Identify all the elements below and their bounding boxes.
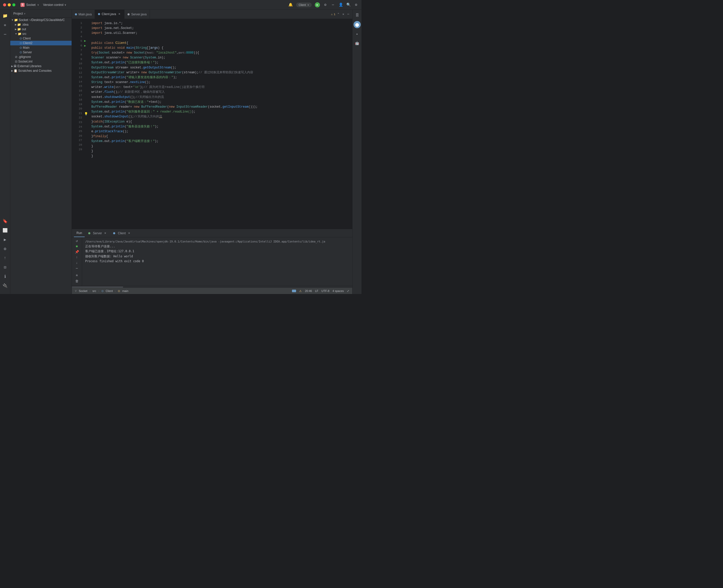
tree-item-scratches[interactable]: ▶ 📋 Scratches and Consoles <box>10 68 72 73</box>
database-icon[interactable]: 🗄 <box>354 12 361 19</box>
tree-item-main[interactable]: ⊙ Main <box>10 45 72 50</box>
tab-client-label: Client <box>118 231 126 235</box>
tab-close-client[interactable]: ✕ <box>127 231 131 235</box>
code-line-25: System.out.println("客户端断开连接！"); <box>91 139 350 144</box>
code-line-9: System.out.println("已连接到服务端！"); <box>91 60 350 65</box>
bottom-panel: Run Server ✕ Client ✕ ↺ ■ 📌 ↑ <box>72 229 352 288</box>
more-tabs-icon[interactable]: ⋯ <box>346 11 350 17</box>
ai-icon[interactable]: ⬤ <box>354 21 361 28</box>
java-icon: ⊙ <box>20 46 22 49</box>
tree-label: External Libraries <box>17 64 41 68</box>
bottom-scrollbar[interactable] <box>72 286 352 288</box>
stop-icon[interactable]: ■ <box>74 245 80 248</box>
pin-icon[interactable]: 📌 <box>74 250 80 254</box>
openai-icon[interactable]: ✦ <box>354 30 361 37</box>
search-icon[interactable]: 🔍 <box>346 3 351 7</box>
tab-server[interactable]: Server ✕ <box>86 229 109 237</box>
code-line-23: e.printStackTrace(); <box>91 129 350 134</box>
line-numbers: 12345 678910 1112131415 1617181920 21222… <box>72 19 84 229</box>
code-line-13: String text = scanner.nextLine(); <box>91 80 350 85</box>
status-line-sep: LF <box>315 289 318 292</box>
info-icon[interactable]: ℹ <box>1 272 9 281</box>
close-button[interactable] <box>3 3 6 6</box>
restart-icon[interactable]: ↺ <box>74 239 80 243</box>
debug-icon[interactable]: ⚙ <box>323 3 328 7</box>
code-line-2: import java.net.Socket; <box>91 26 350 31</box>
next-icon[interactable]: ↓ <box>74 261 80 265</box>
tab-close-button[interactable]: ✕ <box>118 12 121 16</box>
tree-item-server[interactable]: ⊙ Server <box>10 50 72 55</box>
tree-label: Client2 <box>23 41 32 45</box>
status-path3: main <box>122 289 128 292</box>
app-title[interactable]: S Socket ∨ <box>21 3 39 7</box>
tree-item-iml[interactable]: ⊟ Socket.iml <box>10 59 72 64</box>
tools-icon[interactable]: ⚙ <box>1 245 9 253</box>
expand-icon[interactable]: ⤢ <box>347 289 349 293</box>
code-line-27: } <box>91 149 350 154</box>
clear-icon[interactable]: 🗑 <box>74 278 80 284</box>
tab-bar-right: ⚠ 1 ⌃ ✕ ⋯ <box>331 11 352 17</box>
scrollbar-thumb[interactable] <box>72 287 123 288</box>
code-line-14: writer.write( str: text+'\n'); // 因为对方是r… <box>91 85 350 90</box>
git-icon[interactable]: ⊞ <box>1 21 9 29</box>
code-line-10: OutputStream stream = socket.getOutputSt… <box>91 65 350 70</box>
more-run-icon[interactable]: ⋯ <box>74 266 80 270</box>
plugin-icon[interactable]: 🔌 <box>1 282 9 290</box>
status-indicator <box>292 290 296 292</box>
copilot-icon[interactable]: 🤖 <box>354 40 361 47</box>
profile-chip[interactable]: Client ∨ <box>296 3 312 7</box>
close-panel-icon[interactable]: ✕ <box>341 11 345 17</box>
warning-indicator[interactable]: ⚠ 1 <box>331 13 335 16</box>
tab-main-java[interactable]: Main.java <box>72 10 95 19</box>
run-gutter-5[interactable]: ▶ <box>84 39 89 43</box>
tab-label: Client.java <box>102 12 116 16</box>
notification-icon[interactable]: 🔔 <box>288 3 293 7</box>
bookmark-icon[interactable]: 🔖 <box>1 217 9 225</box>
tree-item-external-libs[interactable]: ▶ 🏛 External Libraries <box>10 64 72 68</box>
scroll-icon[interactable]: ⇊ <box>74 272 80 278</box>
bottom-tabs: Run Server ✕ Client ✕ <box>72 229 352 237</box>
git-branch-icon: ⑂ <box>75 289 77 292</box>
tab-client[interactable]: Client ✕ <box>111 229 134 237</box>
folder-icon[interactable]: 📁 <box>1 12 9 20</box>
tab-label: Server.java <box>131 13 146 16</box>
code-editor[interactable]: 12345 678910 1112131415 1617181920 21222… <box>72 19 352 229</box>
ellipsis-icon[interactable]: ⋯ <box>1 30 9 39</box>
tree-item-gitignore[interactable]: ⊘ .gitignore <box>10 55 72 59</box>
maximize-button[interactable] <box>12 3 15 6</box>
prev-icon[interactable]: ↑ <box>74 255 80 259</box>
arrow-up-icon[interactable]: ↑ <box>1 254 9 262</box>
tree-item-client2[interactable]: ⊙ Client2 <box>10 41 72 45</box>
tab-client-java[interactable]: Client.java ✕ <box>95 10 124 19</box>
tree-item-src[interactable]: ▼ 📁 src <box>10 31 72 36</box>
code-line-18: BufferedReader reader = new BufferedRead… <box>91 105 350 109</box>
tree-item-idea[interactable]: ▶ 📁 .idea <box>10 22 72 27</box>
tree-item-client[interactable]: ⊙ Client <box>10 36 72 41</box>
status-time: 20:46 <box>305 289 312 292</box>
layout-icon[interactable]: ⊡ <box>1 263 9 271</box>
code-line-1: import java.io.*; <box>91 21 350 26</box>
minimize-button[interactable] <box>8 3 11 6</box>
terminal-icon[interactable]: ⬜ <box>1 226 9 234</box>
run-button[interactable]: ▶ <box>315 2 320 7</box>
tab-server-java[interactable]: Server.java <box>124 10 150 19</box>
editor-scrollbar[interactable] <box>350 19 352 229</box>
tab-close-server[interactable]: ✕ <box>103 231 107 235</box>
settings-icon[interactable]: ⚙ <box>354 3 358 7</box>
run-output[interactable]: /Users/eve/Library/Java/JavaVirtualMachi… <box>82 237 352 286</box>
java-icon: ⊙ <box>20 37 22 40</box>
tree-item-out[interactable]: ▶ 📁 out <box>10 27 72 31</box>
iml-icon: ⊟ <box>15 60 17 63</box>
warning-count: 1 <box>334 13 336 16</box>
more-icon[interactable]: ⋯ <box>331 3 335 7</box>
expand-icon[interactable]: ⌃ <box>336 11 340 17</box>
run-gutter-6[interactable]: ▶ <box>84 43 89 48</box>
run-sidebar-icon[interactable]: ▶ <box>1 235 9 244</box>
profile-icon[interactable]: 👤 <box>338 3 343 7</box>
tree-item-socket[interactable]: ▼ 📁 Socket ~/Desktop/CS/JavaWeb/C <box>10 18 72 22</box>
tab-run[interactable]: Run <box>74 229 85 237</box>
code-content[interactable]: import java.io.*; import java.net.Socket… <box>89 19 350 229</box>
tree-label: Main <box>23 46 29 49</box>
version-control-dropdown[interactable]: Version control ∨ <box>43 3 66 7</box>
warn-gutter-20: 💡 <box>84 111 89 117</box>
